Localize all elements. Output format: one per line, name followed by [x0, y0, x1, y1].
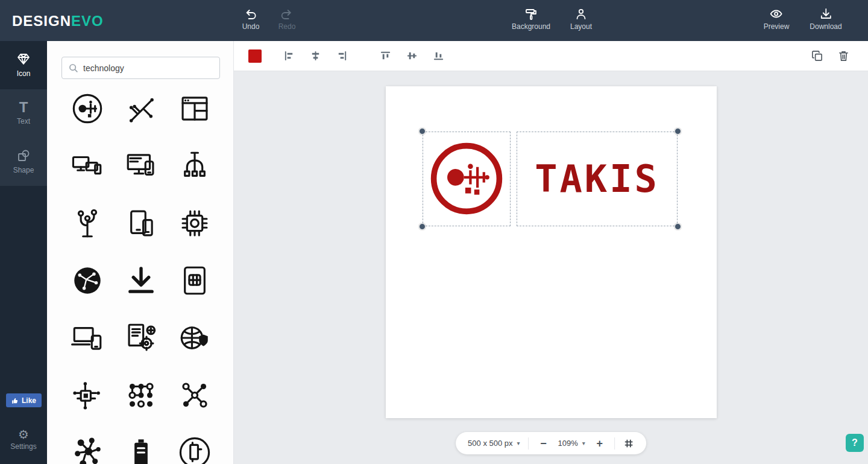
- download-label: Download: [810, 22, 841, 31]
- grid-toggle-button[interactable]: [623, 438, 634, 449]
- sidebar-item-icon[interactable]: Icon: [0, 41, 47, 89]
- canvas-size-label: 500 x 500 px: [468, 439, 512, 448]
- preview-button[interactable]: Preview: [764, 7, 790, 31]
- chevron-down-icon: ▾: [582, 440, 585, 447]
- search-icon: [68, 63, 78, 73]
- edit-toolbar: [234, 41, 868, 71]
- align-left-icon: [283, 50, 295, 62]
- library-icon-circuit-board-badge[interactable]: [69, 90, 106, 127]
- top-bar: DESIGNEVO Undo Redo Background Layout Pr…: [0, 0, 868, 41]
- delete-button[interactable]: [833, 46, 854, 66]
- duplicate-button[interactable]: [807, 46, 827, 66]
- library-icon-responsive-devices[interactable]: [69, 147, 106, 185]
- resize-handle-bottom-left[interactable]: [419, 223, 426, 230]
- resize-handle-bottom-right[interactable]: [675, 223, 681, 230]
- library-icon-molecule-cluster[interactable]: [69, 434, 106, 464]
- align-bottom-button[interactable]: [428, 46, 448, 66]
- color-swatch[interactable]: [248, 49, 262, 63]
- library-icon-circuit-branch[interactable]: [69, 205, 106, 242]
- zoom-level-label: 109%: [558, 439, 578, 448]
- redo-icon: [280, 7, 294, 21]
- undo-label: Undo: [242, 22, 260, 31]
- library-icon-sim-card[interactable]: [176, 262, 213, 299]
- zoom-out-button[interactable]: −: [538, 437, 550, 450]
- library-icon-tech-document[interactable]: [122, 319, 160, 357]
- duplicate-icon: [811, 49, 823, 62]
- library-icon-globe-shield[interactable]: [176, 319, 213, 357]
- align-right-button[interactable]: [332, 46, 352, 66]
- layout-label: Layout: [570, 22, 592, 31]
- eye-icon: [770, 7, 783, 21]
- help-button[interactable]: ?: [846, 434, 864, 452]
- layout-button[interactable]: Layout: [570, 7, 592, 31]
- layout-person-icon: [574, 7, 588, 21]
- download-button[interactable]: Download: [810, 7, 841, 31]
- align-right-icon: [336, 50, 348, 62]
- align-center-horizontal-button[interactable]: [305, 46, 326, 66]
- text-icon: T: [19, 101, 28, 113]
- undo-button[interactable]: Undo: [242, 7, 260, 31]
- divider: [529, 437, 529, 450]
- search-box: [61, 57, 220, 79]
- background-label: Background: [512, 22, 550, 31]
- canvas-workspace: TAKIS 500 x 500 px ▾ − 109% ▾ +: [234, 71, 868, 464]
- app-logo-part2: EVO: [71, 13, 104, 29]
- sidebar-item-text[interactable]: T Text: [0, 89, 47, 138]
- divider: [614, 437, 615, 450]
- like-label: Like: [22, 396, 36, 405]
- zoom-in-button[interactable]: +: [594, 437, 606, 450]
- preview-label: Preview: [764, 22, 790, 31]
- logo-selection[interactable]: TAKIS: [423, 132, 678, 226]
- library-icon-chip-connections[interactable]: [69, 377, 106, 414]
- app-logo-part1: DESIGN: [12, 13, 71, 29]
- library-icon-web-browser-grid[interactable]: [176, 90, 213, 127]
- library-icon-cpu-chip[interactable]: [176, 205, 213, 242]
- search-input[interactable]: [83, 63, 213, 73]
- sidebar-item-label: Text: [17, 117, 30, 126]
- library-icon-node-network[interactable]: [176, 377, 213, 414]
- thumbs-up-icon: [11, 397, 19, 404]
- library-icon-dots-matrix[interactable]: [122, 377, 160, 414]
- logo-text[interactable]: TAKIS: [517, 132, 678, 226]
- library-icon-network-sphere[interactable]: [69, 262, 106, 299]
- library-icon-radio-device-badge[interactable]: [176, 434, 213, 464]
- align-middle-vertical-button[interactable]: [401, 46, 422, 66]
- gear-icon: ⚙: [18, 428, 29, 441]
- sidebar-item-label: Shape: [13, 166, 34, 174]
- redo-button[interactable]: Redo: [278, 7, 296, 31]
- sidebar-item-label: Icon: [17, 69, 31, 78]
- library-icon-portable-battery[interactable]: [122, 434, 160, 464]
- gem-icon: [17, 52, 30, 66]
- library-icon-laptop-and-phone[interactable]: [69, 319, 106, 357]
- zoom-level-dropdown[interactable]: 109% ▾: [558, 439, 585, 448]
- zoom-bar: 500 x 500 px ▾ − 109% ▾ +: [456, 432, 646, 454]
- library-icon-circuit-traces[interactable]: [122, 90, 160, 127]
- icon-results-grid: [47, 83, 233, 464]
- library-icon-download-arrow[interactable]: [122, 262, 160, 299]
- settings-button[interactable]: ⚙ Settings: [0, 428, 47, 451]
- paint-roller-icon: [524, 7, 538, 21]
- library-icon-tablet-and-phone[interactable]: [122, 205, 160, 242]
- align-middle-vertical-icon: [406, 50, 418, 62]
- library-icon-network-cable[interactable]: [176, 147, 213, 185]
- resize-handle-top-right[interactable]: [675, 128, 681, 135]
- settings-label: Settings: [10, 442, 36, 451]
- shapes-icon: [17, 149, 30, 162]
- canvas-area: TAKIS 500 x 500 px ▾ − 109% ▾ +: [234, 41, 868, 464]
- logo-circuit-icon[interactable]: [428, 140, 505, 217]
- trash-icon: [837, 49, 850, 62]
- align-left-button[interactable]: [278, 46, 299, 66]
- canvas-size-dropdown[interactable]: 500 x 500 px ▾: [468, 439, 520, 448]
- grid-icon: [623, 438, 634, 449]
- background-button[interactable]: Background: [512, 7, 550, 31]
- resize-handle-top-left[interactable]: [419, 128, 426, 135]
- artboard[interactable]: TAKIS: [386, 86, 717, 418]
- align-top-button[interactable]: [375, 46, 395, 66]
- library-icon-computer-devices[interactable]: [122, 147, 160, 185]
- redo-label: Redo: [278, 22, 296, 31]
- like-button[interactable]: Like: [6, 393, 42, 407]
- align-center-horizontal-icon: [310, 50, 321, 62]
- download-icon: [819, 7, 832, 21]
- app-logo[interactable]: DESIGNEVO: [12, 13, 104, 30]
- sidebar-item-shape[interactable]: Shape: [0, 138, 47, 186]
